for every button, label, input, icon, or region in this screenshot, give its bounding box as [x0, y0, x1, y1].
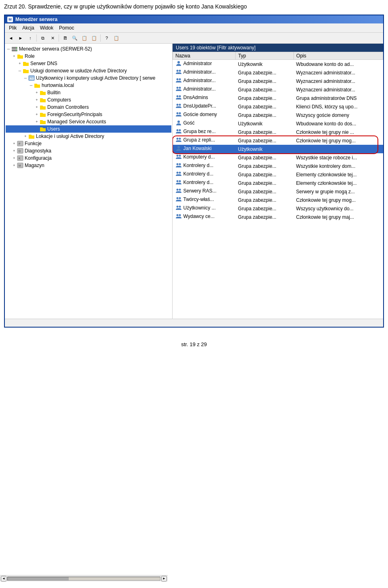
- table-row[interactable]: DnsAdminsGrupa zabezpie...Grupa administ…: [173, 94, 383, 102]
- table-row[interactable]: DnsUpdatePr...Grupa zabezpie...Klienci D…: [173, 102, 383, 111]
- show-hide-button[interactable]: ⧉: [38, 34, 47, 42]
- svg-point-48: [179, 214, 181, 216]
- expand-dc[interactable]: +: [34, 104, 40, 110]
- extra-button[interactable]: 📋: [112, 34, 121, 42]
- tree-item-users[interactable]: Users: [6, 125, 171, 133]
- tree-item-dc[interactable]: + Domain Controllers: [6, 104, 171, 111]
- tree-item-ad-services[interactable]: ─ Usługi domenowe w usłudze Active Direc…: [6, 67, 171, 74]
- svg-point-23: [176, 104, 178, 106]
- table-row[interactable]: Administrator...Grupa zabezpie...Wyznacz…: [173, 77, 383, 85]
- cell-name-text: Jan Kowalski: [183, 146, 212, 151]
- table-row[interactable]: Twórcy-właś...Grupa zabezpie...Członkowi…: [173, 196, 383, 204]
- up-button[interactable]: ↑: [26, 34, 35, 42]
- copy-button[interactable]: 📋: [80, 34, 89, 42]
- tree-label-uc: Użytkownicy i komputery usługi Active Di…: [36, 75, 155, 81]
- help-button[interactable]: ?: [102, 34, 111, 42]
- table-row[interactable]: Wydawcy ce...Grupa zabezpie...Członkowie…: [173, 213, 383, 221]
- tree-item-lokacje[interactable]: + Lokacje i usługi Active Directory: [6, 133, 171, 140]
- tree-item-fsp[interactable]: + ForeignSecurityPrincipals: [6, 111, 171, 118]
- table-row[interactable]: Grupa z repli...Grupa zabezpie...Członko…: [173, 136, 383, 145]
- svg-point-40: [179, 180, 181, 182]
- cell-desc: Wyznaczeni administrator...: [294, 85, 383, 94]
- folder-icon-funkcje: F: [17, 140, 23, 147]
- tree-item-computers[interactable]: + Computers: [6, 96, 171, 104]
- expand-funkcje[interactable]: +: [11, 141, 17, 146]
- table-row[interactable]: Kontrolery d...Grupa zabezpie...Elementy…: [173, 179, 383, 187]
- tree-item-users-computers[interactable]: ─ AD Użytkownicy i komputery usługi Acti…: [6, 74, 171, 82]
- cell-type: Grupa zabezpie...: [236, 102, 294, 111]
- expand-hurtownia[interactable]: ─: [28, 82, 34, 88]
- delete-button[interactable]: ✕: [48, 34, 57, 42]
- back-button[interactable]: ◄: [6, 34, 15, 42]
- menu-akcja[interactable]: Akcja: [20, 24, 36, 32]
- cell-name-text: DnsUpdatePr...: [183, 103, 216, 109]
- cell-type: Grupa zabezpie...: [236, 162, 294, 170]
- tree-item-builtin[interactable]: + Builtin: [6, 89, 171, 96]
- toolbar-separator-1: [36, 34, 37, 42]
- svg-point-37: [176, 172, 178, 174]
- table-row[interactable]: Administrator...Grupa zabezpie...Wyznacz…: [173, 68, 383, 77]
- search-button[interactable]: 🔍: [70, 34, 79, 42]
- table-row[interactable]: Administrator...Grupa zabezpie...Wyznacz…: [173, 85, 383, 94]
- tree-label-funkcje: Funkcje: [25, 141, 42, 146]
- tree-item-serwer-dns[interactable]: + Serwer DNS: [6, 60, 171, 67]
- menu-plik[interactable]: Plik: [6, 24, 19, 32]
- forward-button[interactable]: ►: [16, 34, 25, 42]
- expand-fsp[interactable]: +: [34, 112, 40, 117]
- menu-widok[interactable]: Widok: [38, 24, 56, 32]
- ad-icon: AD: [28, 75, 35, 81]
- cell-name: Kontrolery d...: [173, 179, 236, 187]
- svg-point-41: [176, 189, 178, 191]
- tree-item-msa[interactable]: + Managed Service Accounts: [6, 118, 171, 125]
- svg-point-21: [176, 95, 178, 97]
- tree-item-magazyn[interactable]: + M Magazyn: [6, 162, 171, 169]
- expand-mag[interactable]: +: [11, 163, 17, 168]
- table-row[interactable]: Użytkownicy ...Grupa zabezpie...Wszyscy …: [173, 204, 383, 213]
- svg-text:M: M: [19, 164, 21, 167]
- expand-role[interactable]: +: [11, 53, 17, 59]
- table-row[interactable]: Kontrolery d...Grupa zabezpie...Elementy…: [173, 170, 383, 179]
- expand-uc[interactable]: ─: [23, 75, 28, 81]
- svg-point-45: [176, 206, 178, 208]
- menu-pomoc[interactable]: Pomoc: [57, 24, 76, 32]
- table-row[interactable]: GośćUżytkownikWbudowane konto do dos...: [173, 119, 383, 128]
- expand-konf[interactable]: +: [11, 155, 17, 161]
- table-row[interactable]: AdministratorUżytkownikWbudowane konto d…: [173, 60, 383, 69]
- svg-point-27: [177, 121, 180, 123]
- table-row[interactable]: Komputery d...Grupa zabezpie...Wszystkie…: [173, 153, 383, 162]
- col-type[interactable]: Typ: [236, 52, 294, 60]
- tree-item-role[interactable]: + Role: [6, 53, 171, 60]
- col-name[interactable]: Nazwa: [173, 52, 236, 60]
- expand-lokacje[interactable]: +: [23, 133, 28, 139]
- table-row[interactable]: Kontrolery d...Grupa zabezpie...Wszystki…: [173, 162, 383, 170]
- expand-diag[interactable]: +: [11, 148, 17, 154]
- svg-point-19: [176, 87, 178, 89]
- expand-root[interactable]: ─: [6, 46, 11, 52]
- expand-computers[interactable]: +: [34, 97, 40, 103]
- footer-text: str. 19 z 29: [181, 341, 207, 347]
- tree-item-diagnostyka[interactable]: + D Diagnostyka: [6, 147, 171, 154]
- table-row[interactable]: Goście domenyGrupa zabezpie...Wszyscy go…: [173, 111, 383, 119]
- expand-users[interactable]: [34, 126, 40, 132]
- svg-point-46: [179, 206, 181, 208]
- tree-label-dc: Domain Controllers: [47, 104, 89, 110]
- col-desc[interactable]: Opis: [294, 52, 383, 60]
- table-row[interactable]: Serwery RAS...Grupa zabezpie...Serwery w…: [173, 187, 383, 196]
- table-row[interactable]: Jan KowalskiUżytkownik: [173, 145, 383, 153]
- tree-item-konfiguracja[interactable]: + K Konfiguracja: [6, 154, 171, 162]
- tree-item-funkcje[interactable]: + F Funkcje: [6, 140, 171, 147]
- cell-name-text: Administrator: [183, 61, 212, 66]
- cell-name-text: Kontrolery d...: [183, 180, 214, 185]
- cell-desc: Serwery w grupie mogą z...: [294, 187, 383, 196]
- expand-msa[interactable]: +: [34, 119, 40, 125]
- cell-type: Grupa zabezpie...: [236, 213, 294, 221]
- expand-builtin[interactable]: +: [34, 90, 40, 95]
- svg-point-35: [176, 163, 178, 165]
- paste-button[interactable]: 📋: [90, 34, 99, 42]
- table-row[interactable]: Grupa bez re...Grupa zabezpie...Członkow…: [173, 128, 383, 136]
- properties-button[interactable]: 🖹: [61, 34, 70, 42]
- expand-dns[interactable]: +: [17, 61, 23, 66]
- expand-ad[interactable]: ─: [17, 68, 23, 74]
- tree-item-root[interactable]: ─ Menedżer serwera (SERWER-52): [6, 45, 171, 53]
- tree-item-hurtownia[interactable]: ─ hurtownia.local: [6, 82, 171, 89]
